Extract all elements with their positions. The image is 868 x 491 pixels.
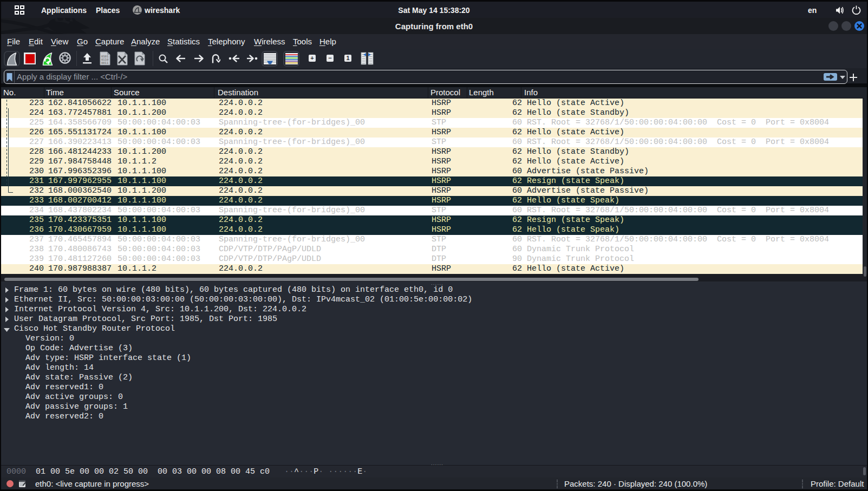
svg-text:0011: 0011	[101, 61, 108, 64]
